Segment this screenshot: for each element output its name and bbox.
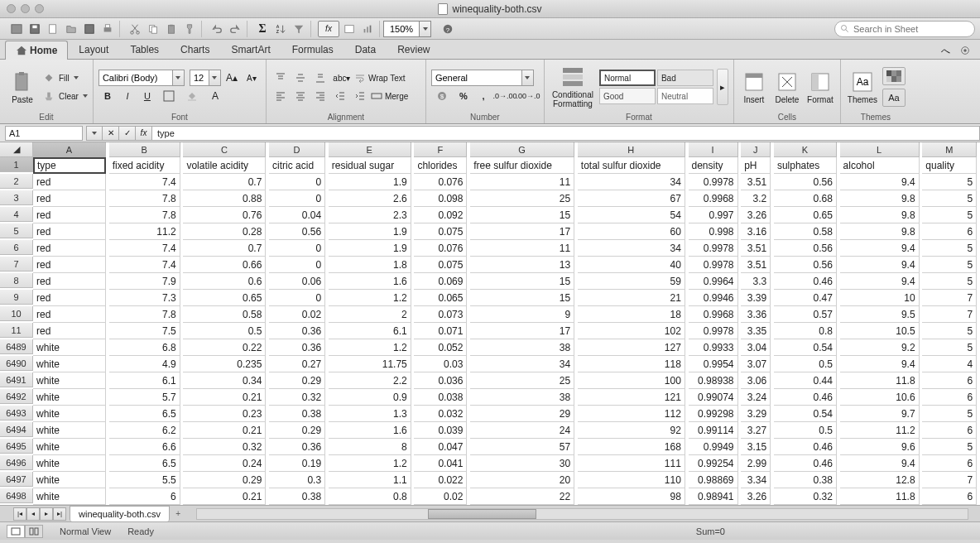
- cell[interactable]: 0.56: [774, 174, 837, 190]
- cell[interactable]: 0.9968: [689, 306, 738, 323]
- cell[interactable]: 0: [269, 190, 325, 207]
- zoom-input[interactable]: [383, 21, 420, 37]
- cell[interactable]: 1.9: [329, 174, 411, 190]
- cell[interactable]: red: [33, 257, 106, 273]
- row-header[interactable]: 1: [0, 157, 33, 172]
- cell[interactable]: 127: [578, 339, 685, 356]
- cell[interactable]: density: [689, 157, 738, 174]
- cell[interactable]: residual sugar: [329, 157, 411, 174]
- cell[interactable]: 0.21: [183, 488, 266, 505]
- cell[interactable]: 9.8: [840, 223, 920, 240]
- cell[interactable]: 0.24: [183, 455, 266, 472]
- underline-button[interactable]: U: [138, 88, 156, 104]
- cell[interactable]: 0.38: [269, 406, 325, 422]
- cell[interactable]: 6.8: [109, 339, 180, 356]
- bold-button[interactable]: B: [98, 88, 117, 104]
- cell[interactable]: 0.032: [414, 406, 467, 422]
- row-header[interactable]: 6497: [0, 472, 33, 487]
- font-name-dropdown[interactable]: [173, 70, 185, 86]
- cell[interactable]: 0.235: [183, 356, 266, 372]
- cell[interactable]: 9.6: [840, 439, 920, 455]
- cell[interactable]: 0.036: [414, 372, 467, 389]
- cell[interactable]: 0: [269, 240, 325, 257]
- style-good[interactable]: Good: [599, 88, 656, 104]
- cell[interactable]: 25: [470, 190, 574, 207]
- cell[interactable]: white: [33, 422, 106, 439]
- format-painter-icon[interactable]: [181, 21, 198, 37]
- align-center-icon[interactable]: [291, 88, 310, 104]
- cell[interactable]: 9.8: [840, 207, 920, 223]
- sheet-tab[interactable]: winequality-both.csv: [70, 506, 170, 521]
- cell[interactable]: red: [33, 306, 106, 323]
- add-sheet-button[interactable]: +: [171, 507, 185, 521]
- font-color-button[interactable]: A: [204, 88, 226, 104]
- tab-charts[interactable]: Charts: [170, 40, 220, 59]
- open-icon[interactable]: [63, 21, 79, 37]
- cell[interactable]: red: [33, 323, 106, 339]
- row-header[interactable]: 3: [0, 190, 33, 205]
- cell[interactable]: 118: [578, 356, 685, 372]
- cell[interactable]: 60: [578, 223, 685, 240]
- tab-home[interactable]: Home: [5, 41, 68, 60]
- cell[interactable]: 0.66: [183, 257, 266, 273]
- sheet-nav-last[interactable]: ▸|: [53, 507, 66, 521]
- cell[interactable]: 11.2: [840, 422, 920, 439]
- cell[interactable]: 7.5: [109, 323, 180, 339]
- cell[interactable]: 6.6: [109, 439, 180, 455]
- cell[interactable]: 0.28: [183, 223, 266, 240]
- align-middle-icon[interactable]: [291, 70, 310, 86]
- zoom-dropdown[interactable]: [420, 21, 431, 37]
- view-layout-icon[interactable]: [25, 525, 43, 538]
- cell[interactable]: 0.23: [183, 406, 266, 422]
- cell[interactable]: 24: [470, 422, 574, 439]
- cell[interactable]: 0.46: [774, 389, 837, 406]
- cell[interactable]: 59: [578, 273, 685, 290]
- cell[interactable]: 6: [922, 455, 977, 472]
- cell[interactable]: 0.68: [774, 190, 837, 207]
- cell[interactable]: 2: [329, 306, 411, 323]
- increase-indent-icon[interactable]: [351, 88, 369, 104]
- cell[interactable]: 0.46: [774, 439, 837, 455]
- row-header[interactable]: 6495: [0, 439, 33, 454]
- grow-font-icon[interactable]: A▴: [223, 70, 241, 86]
- cell[interactable]: 0.54: [774, 406, 837, 422]
- cell[interactable]: 40: [578, 257, 685, 273]
- cell[interactable]: 0.98941: [689, 488, 738, 505]
- cell[interactable]: 15: [470, 207, 574, 223]
- cell[interactable]: 6: [922, 389, 977, 406]
- cell[interactable]: 0.038: [414, 389, 467, 406]
- row-header[interactable]: 10: [0, 306, 33, 321]
- column-header[interactable]: L: [840, 142, 920, 157]
- cell[interactable]: 0.8: [774, 323, 837, 339]
- cell[interactable]: 0.36: [269, 323, 325, 339]
- cell[interactable]: pH: [741, 157, 771, 174]
- cell[interactable]: 3.07: [741, 356, 771, 372]
- cell[interactable]: 0.9968: [689, 190, 738, 207]
- cell[interactable]: 0.052: [414, 339, 467, 356]
- cell[interactable]: 0.19: [269, 455, 325, 472]
- column-header[interactable]: M: [922, 142, 977, 157]
- cell[interactable]: 11.8: [840, 372, 920, 389]
- tab-formulas[interactable]: Formulas: [281, 40, 344, 59]
- tab-tables[interactable]: Tables: [119, 40, 170, 59]
- cell[interactable]: 0.098: [414, 190, 467, 207]
- view-normal-icon[interactable]: [7, 525, 25, 538]
- cell[interactable]: 0.997: [689, 207, 738, 223]
- cell[interactable]: 2.2: [329, 372, 411, 389]
- cell[interactable]: 7.9: [109, 273, 180, 290]
- cell[interactable]: 0.047: [414, 439, 467, 455]
- cell[interactable]: 9.4: [840, 356, 920, 372]
- cell[interactable]: 0.6: [183, 273, 266, 290]
- cell[interactable]: 3.26: [741, 488, 771, 505]
- accept-formula-icon[interactable]: ✓: [119, 126, 136, 141]
- formula-input[interactable]: type: [152, 126, 980, 141]
- row-header[interactable]: 9: [0, 290, 33, 305]
- column-header[interactable]: D: [269, 142, 325, 157]
- cell[interactable]: 0.039: [414, 422, 467, 439]
- cell[interactable]: 2.99: [741, 455, 771, 472]
- style-bad[interactable]: Bad: [657, 70, 713, 86]
- cell[interactable]: 7.3: [109, 290, 180, 306]
- fill-button[interactable]: Fill: [43, 70, 88, 86]
- cell[interactable]: 0.98938: [689, 372, 738, 389]
- cell[interactable]: 5: [922, 406, 977, 422]
